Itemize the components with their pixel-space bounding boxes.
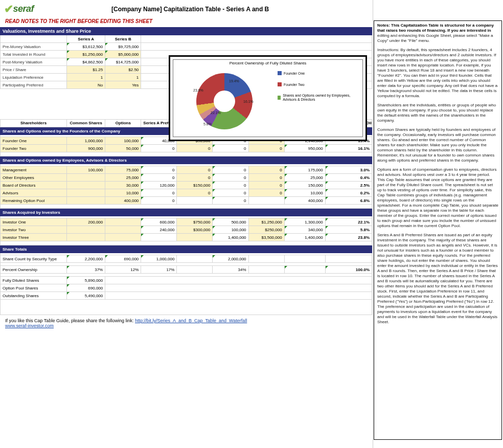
table-row: Fully Diluted Shares5,890,000 [1, 277, 372, 284]
read-notes-warning: READ NOTES TO THE RIGHT BEFORE EDITING T… [0, 17, 373, 27]
sub-totals: Share Totals [1, 245, 372, 253]
cell-price-b[interactable]: $2.50 [105, 66, 141, 74]
cell-totalinv-b[interactable]: $5,000,000 [105, 51, 141, 58]
logo: ✔seraf [4, 3, 65, 16]
hdr-options: Options [105, 120, 141, 127]
share-link[interactable]: http://bit.ly/Series_A_and_B_Cap_Table_a… [135, 318, 247, 323]
col-series-a: Series A [67, 35, 105, 43]
cell-premoney-b[interactable]: $9,725,000 [105, 43, 141, 51]
section-valuations: Valuations, Investments and Share Price [1, 28, 372, 35]
row-partpref-label: Participating Preferred [1, 81, 67, 89]
pie-chart: 19.4% 16.1% 22.1% 23.8% 5.8% [196, 73, 253, 129]
hdr-shareholders: Shareholders [1, 120, 67, 127]
col-series-b: Series B [105, 35, 141, 43]
cell-liqpref-b[interactable]: 1 [105, 74, 141, 81]
cell-liqpref-a[interactable]: 1 [67, 74, 105, 81]
chart-legend: Founder One Founder Two Shares and Optio… [276, 60, 362, 137]
sub-employees: Shares and Options owned by Employees, A… [1, 156, 372, 164]
table-row: Investor Three1,400,000$3,500,0001,400,0… [1, 234, 372, 241]
cell-postmoney-a[interactable]: $4,862,500 [67, 58, 105, 66]
table-row: Option Pool Shares690,000 [1, 284, 372, 292]
table-row: Outstanding Shares5,490,000 [1, 292, 372, 300]
row-postmoney-label: Post-Money Valuation [1, 58, 67, 66]
cell-premoney-a[interactable]: $3,612,500 [67, 43, 105, 51]
table-row: Board of Directors30,000120,000$150,0000… [1, 182, 372, 189]
cell-postmoney-b[interactable]: $14,725,000 [105, 58, 141, 66]
cell-price-a[interactable]: $1.25 [67, 66, 105, 74]
table-row: Management100,00075,0000000175,0003.0% [1, 166, 372, 174]
page-title: [Company Name] Capitalization Table - Se… [111, 6, 269, 13]
sub-investors: Shares Acquired by Investors [1, 209, 372, 216]
seraf-link[interactable]: www.seraf-investor.com [5, 323, 54, 328]
notes-panel: Notes: This Capitalization Table is stru… [374, 20, 502, 440]
cell-partpref-a[interactable]: No [67, 81, 105, 89]
table-row: Investor One200,000600,000$750,000500,00… [1, 218, 372, 226]
legend-swatch-icon [278, 82, 282, 86]
table-row: Percent Ownership37%12%17%34%100.0% [1, 266, 372, 274]
spreadsheet-main: ✔seraf [Company Name] Capitalization Tab… [0, 0, 373, 448]
row-totalinv-label: Total Invested in Round [1, 51, 67, 58]
header-row: ✔seraf [Company Name] Capitalization Tab… [0, 0, 373, 17]
table-row: Share Count by Security Type2,200,000690… [1, 255, 372, 263]
row-liqpref-label: Liquidation Preference [1, 74, 67, 81]
table-row: Investor Two240,000$300,000100,000$250,0… [1, 226, 372, 234]
table-row: Remaining Option Pool400,00000400,0006.8… [1, 197, 372, 205]
table-row: Other Employees25,000000025,0000.4% [1, 174, 372, 182]
cell-partpref-b[interactable]: Yes [105, 81, 141, 89]
cell-totalinv-a[interactable]: $1,250,000 [67, 51, 105, 58]
legend-swatch-icon [278, 71, 282, 75]
ownership-chart: Percent Ownership of Fully Diluted Share… [169, 55, 367, 141]
row-premoney-label: Pre-Money Valuation [1, 43, 67, 51]
table-row: Advisors10,000000010,0000.2% [1, 189, 372, 197]
hdr-common: Common Shares [67, 120, 105, 127]
footer-links: If you like this Cap Table Guide, please… [0, 315, 373, 331]
table-row: Founder Two 900,000 50,000 0 0 0 0 950,0… [1, 145, 372, 152]
legend-swatch-icon [278, 96, 281, 100]
row-price-label: Price / Share [1, 66, 67, 74]
